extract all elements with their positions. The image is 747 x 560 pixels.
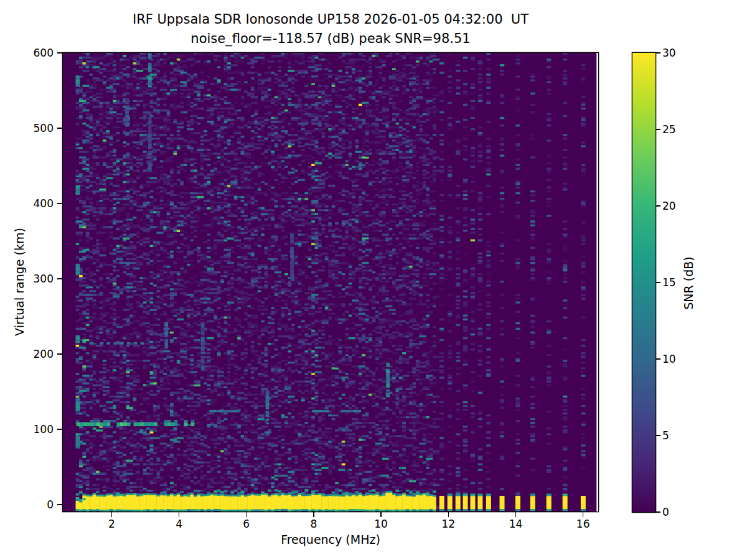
- colorbar-label: SNR (dB): [682, 256, 695, 309]
- x-tick-label: 16: [565, 518, 602, 530]
- x-tick-label: 2: [93, 518, 130, 530]
- colorbar-tick-mark: [656, 52, 660, 53]
- x-tick-label: 10: [362, 518, 400, 530]
- colorbar-tick-label: 30: [662, 46, 690, 60]
- colorbar-tick-mark: [656, 205, 660, 206]
- x-tick-label: 14: [497, 518, 534, 530]
- y-tick-mark: [57, 353, 62, 354]
- y-tick-mark: [57, 504, 62, 505]
- x-tick-mark: [380, 512, 381, 517]
- chart-title: IRF Uppsala SDR Ionosonde UP158 2026-01-…: [63, 12, 598, 27]
- x-tick-mark: [448, 512, 449, 517]
- y-tick-label: 0: [21, 498, 54, 511]
- x-tick-mark: [313, 512, 314, 517]
- x-tick-label: 8: [295, 518, 332, 530]
- colorbar-tick-mark: [656, 129, 660, 129]
- colorbar-tick-label: 10: [662, 352, 690, 366]
- x-tick-label: 12: [430, 518, 467, 530]
- colorbar-tick-label: 25: [662, 123, 690, 136]
- colorbar-tick-mark: [656, 358, 660, 359]
- colorbar-tick-mark: [656, 511, 660, 512]
- y-tick-label: 200: [21, 347, 54, 361]
- colorbar-tick-mark: [656, 435, 660, 436]
- y-tick-label: 500: [21, 121, 54, 135]
- y-tick-label: 400: [21, 197, 54, 210]
- colorbar-tick-label: 5: [662, 429, 690, 442]
- y-tick-label: 100: [21, 422, 54, 436]
- x-tick-mark: [111, 512, 112, 517]
- x-tick-mark: [515, 512, 516, 517]
- x-axis-label: Frequency (MHz): [63, 533, 598, 546]
- chart-subtitle: noise_floor=-118.57 (dB) peak SNR=98.51: [63, 31, 598, 46]
- ionogram-figure: IRF Uppsala SDR Ionosonde UP158 2026-01-…: [0, 0, 747, 560]
- colorbar-tick-label: 20: [662, 199, 690, 213]
- x-tick-label: 6: [228, 518, 265, 530]
- y-tick-mark: [57, 429, 62, 429]
- plot-area: [63, 53, 598, 511]
- colorbar: [632, 53, 655, 512]
- y-tick-mark: [57, 203, 62, 203]
- colorbar-tick-mark: [656, 282, 660, 282]
- x-tick-mark: [583, 512, 583, 517]
- x-tick-mark: [179, 512, 179, 517]
- x-tick-label: 4: [161, 518, 198, 530]
- colorbar-tick-label: 0: [662, 505, 690, 519]
- x-tick-mark: [246, 512, 247, 517]
- y-tick-mark: [57, 128, 62, 128]
- ionogram-heatmap: [63, 53, 598, 511]
- y-tick-mark: [57, 52, 62, 53]
- y-tick-label: 300: [21, 272, 54, 286]
- y-tick-label: 600: [21, 46, 54, 60]
- y-tick-mark: [57, 278, 62, 279]
